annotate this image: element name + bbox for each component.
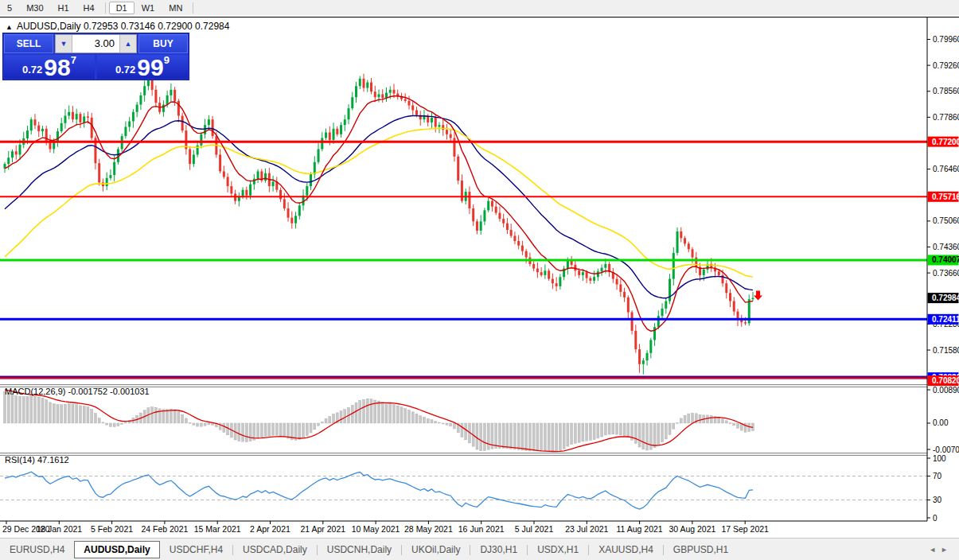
svg-text:100: 100 [933,454,946,463]
tab-usdchf-h4[interactable]: USDCHF,H4 [160,541,232,558]
svg-text:17 Sep 2021: 17 Sep 2021 [721,524,769,534]
svg-text:0.72411: 0.72411 [932,315,959,324]
timeframe-toolbar: 5M30H1H4D1W1MN [0,0,959,16]
volume-decrease-button[interactable]: ▼ [56,35,72,52]
svg-text:0.79960: 0.79960 [933,35,959,44]
svg-text:0.74007: 0.74007 [932,255,959,264]
timeframe-button-m30[interactable]: M30 [19,2,50,14]
svg-text:0: 0 [933,514,938,523]
svg-text:0.77200: 0.77200 [932,138,959,146]
chart-title: ▲AUDUSD,Daily 0.72953 0.73146 0.72900 0.… [6,21,229,32]
one-click-trading-panel: SELL ▼ 3.00 ▲ BUY 0.72987 0.72999 [2,33,189,80]
toolbar-separator [193,2,193,14]
chart-title-text: AUDUSD,Daily 0.72953 0.73146 0.72900 0.7… [17,21,230,32]
sell-price-big: 98 [44,57,70,78]
sell-price-pipette: 7 [71,54,76,66]
svg-text:0.79260: 0.79260 [933,61,959,70]
svg-text:24 Feb 2021: 24 Feb 2021 [141,524,188,534]
svg-text:21 Apr 2021: 21 Apr 2021 [300,524,345,534]
volume-control: ▼ 3.00 ▲ [55,34,137,53]
tab-eurusd-h4[interactable]: EURUSD,H4 [0,541,74,558]
tab-gbpusd-h1[interactable]: GBPUSD,H1 [664,541,738,558]
tab-usdcnh-daily[interactable]: USDCNH,Daily [318,541,401,558]
macd-label: MACD(12,26,9) -0.001752 -0.001031 [5,387,150,396]
rsi-label: RSI(14) 47.1612 [5,455,69,465]
buy-price-display[interactable]: 0.72999 [97,55,188,79]
svg-text:0.008904: 0.008904 [933,386,959,395]
tab-dj30-h1[interactable]: DJ30,H1 [470,541,527,558]
svg-text:5 Jul 2021: 5 Jul 2021 [515,524,554,534]
svg-text:30: 30 [933,496,942,504]
svg-text:0.77860: 0.77860 [933,113,959,122]
sell-price-display[interactable]: 0.72987 [4,55,95,79]
svg-text:16 Jun 2021: 16 Jun 2021 [458,524,505,534]
timeframe-button-5[interactable]: 5 [0,2,19,14]
timeframe-button-h4[interactable]: H4 [76,2,102,14]
svg-text:0.75060: 0.75060 [933,216,959,225]
svg-text:0.75716: 0.75716 [932,192,959,201]
timeframe-button-h1[interactable]: H1 [51,2,76,14]
tab-xauusd-h4[interactable]: XAUUSD,H4 [589,541,663,558]
svg-text:10 May 2021: 10 May 2021 [352,524,400,534]
tab-usdx-h1[interactable]: USDX,H1 [528,541,588,558]
price-chart[interactable]: 0.799600.792600.785600.778600.764600.750… [0,15,959,538]
timeframe-button-w1[interactable]: W1 [134,2,162,14]
volume-input[interactable]: 3.00 [72,35,120,52]
svg-text:0.74360: 0.74360 [933,243,959,251]
buy-price-big: 99 [137,57,163,78]
svg-text:30 Aug 2021: 30 Aug 2021 [669,524,715,534]
svg-text:0.00: 0.00 [933,418,949,427]
svg-text:0.70820: 0.70820 [932,376,959,385]
panel-collapse-arrow[interactable]: ▲ [6,23,13,31]
sell-price-prefix: 0.72 [22,64,42,76]
svg-text:15 Mar 2021: 15 Mar 2021 [194,524,241,534]
svg-text:2 Apr 2021: 2 Apr 2021 [250,524,290,534]
svg-text:23 Jul 2021: 23 Jul 2021 [565,524,608,534]
tab-audusd-daily[interactable]: AUDUSD,Daily [74,541,159,558]
svg-text:0.78560: 0.78560 [933,87,959,95]
tab-scroll-arrows[interactable]: ◄► [929,546,959,554]
chart-window: 0.799600.792600.785600.778600.764600.750… [0,15,959,538]
buy-price-pipette: 9 [164,54,170,66]
svg-text:0.76460: 0.76460 [933,165,959,173]
volume-increase-button[interactable]: ▲ [120,35,136,52]
svg-text:28 May 2021: 28 May 2021 [404,524,453,534]
timeframe-button-mn[interactable]: MN [162,2,189,14]
buy-price-prefix: 0.72 [115,64,135,76]
timeframe-button-d1[interactable]: D1 [109,2,134,14]
tab-usdcad-daily[interactable]: USDCAD,Daily [233,541,317,558]
svg-text:18 Jan 2021: 18 Jan 2021 [36,524,82,534]
svg-text:5 Feb 2021: 5 Feb 2021 [91,524,133,534]
svg-text:11 Aug 2021: 11 Aug 2021 [616,524,662,534]
svg-text:0.73660: 0.73660 [933,269,959,278]
sell-button[interactable]: SELL [4,34,53,53]
svg-text:-0.00701: -0.00701 [933,445,959,454]
svg-text:0.71580: 0.71580 [933,346,959,355]
chart-tabs-bar: EURUSD,H4AUDUSD,DailyUSDCHF,H4USDCAD,Dai… [0,538,959,560]
toolbar-separator [105,2,106,14]
svg-text:0.72984: 0.72984 [932,294,959,302]
svg-text:70: 70 [933,472,942,480]
buy-button[interactable]: BUY [138,34,188,53]
tab-ukoil-daily[interactable]: UKOil,Daily [402,541,470,558]
